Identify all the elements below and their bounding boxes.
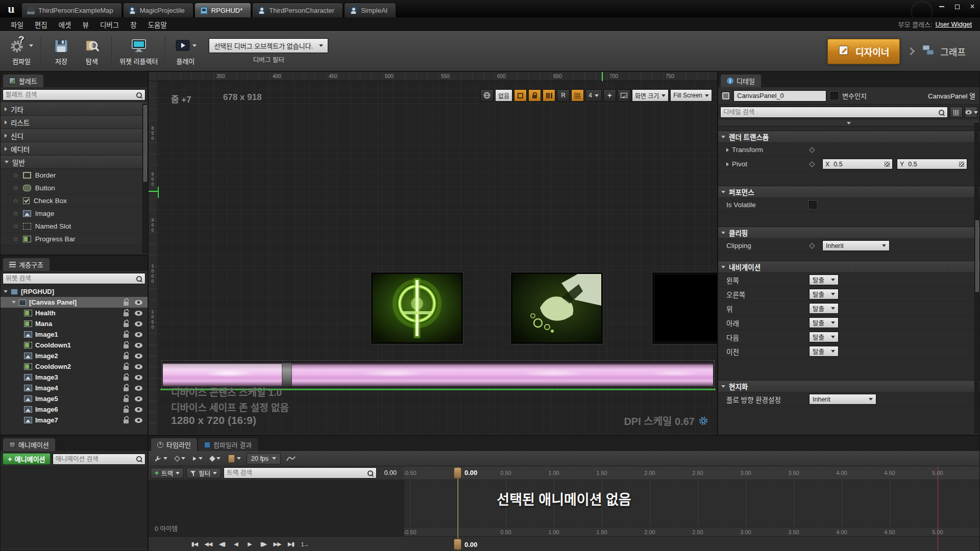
keyframe-icon[interactable] [809, 161, 815, 167]
jump-to-start-button[interactable]: ▮◀ [188, 539, 201, 549]
parent-class-link[interactable]: User Widget [935, 20, 972, 28]
transform-mode-button[interactable]: + [603, 89, 616, 102]
palette-item-image[interactable]: ☆Image [1, 207, 148, 220]
details-search-box[interactable] [720, 107, 948, 118]
playhead-color-swatch[interactable] [226, 453, 243, 464]
fps-dropdown[interactable]: 20 fps [247, 453, 281, 464]
visibility-eye-icon[interactable] [135, 354, 142, 359]
auto-key-button[interactable] [173, 453, 187, 464]
asset-tab-rpghud[interactable]: RPGHUD* [194, 3, 251, 17]
respect-locks-button[interactable] [528, 89, 541, 102]
previous-key-button[interactable]: ◀◀ [202, 539, 214, 549]
tab-palette[interactable]: 팔레트 [3, 74, 43, 87]
design-surface[interactable]: 줌 +7 678 x 918 없음 R 4 + 화면 크기 Fill Scree… [158, 81, 717, 435]
menu-asset[interactable]: 에셋 [53, 17, 77, 31]
playback-options-button[interactable] [191, 453, 205, 464]
nav-right-dropdown[interactable]: 탈출 [809, 289, 839, 299]
palette-item-button[interactable]: ☆Button [1, 182, 148, 194]
lock-icon[interactable] [124, 312, 129, 316]
loop-mode-button[interactable]: 1→ [299, 539, 311, 549]
r-toggle-button[interactable]: R [557, 89, 570, 102]
palette-category-misc[interactable]: 기타 [1, 103, 148, 116]
playhead-handle-top[interactable] [454, 467, 461, 479]
asset-tab-magicprojectile[interactable]: MagicProjectile [123, 3, 193, 17]
hierarchy-row-image5[interactable]: Image5 [1, 393, 148, 404]
palette-search-input[interactable] [6, 91, 133, 98]
menu-help[interactable]: 도움말 [142, 17, 173, 31]
section-performance[interactable]: 퍼포먼스 [718, 186, 979, 198]
keyframe-options-button[interactable] [208, 453, 223, 464]
animation-settings-button[interactable] [152, 453, 169, 464]
drag-handle-icon[interactable] [959, 162, 964, 167]
graph-mode-button[interactable]: 그래프 [922, 44, 966, 59]
preview-language-button[interactable]: 없음 [495, 89, 512, 102]
visibility-eye-icon[interactable] [135, 321, 142, 327]
menu-debug[interactable]: 디버그 [94, 17, 125, 31]
timeline-grid[interactable] [404, 480, 979, 527]
hierarchy-row-image1[interactable]: Image1 [1, 329, 148, 340]
lock-icon[interactable] [124, 387, 129, 391]
asset-tab-thirdpersonexamplemap[interactable]: ThirdPersonExampleMap [21, 3, 122, 17]
localization-preview-button[interactable] [480, 89, 494, 102]
palette-category-editor[interactable]: 에디터 [1, 142, 148, 156]
animation-search-box[interactable] [53, 454, 145, 465]
details-search-input[interactable] [723, 109, 936, 116]
browse-button[interactable]: 탐색 [77, 33, 107, 70]
menu-edit[interactable]: 편집 [29, 17, 53, 31]
palette-item-progressbar[interactable]: ☆Progress Bar [1, 233, 148, 245]
screen-size-dropdown[interactable]: 화면 크기 [632, 89, 669, 102]
visibility-eye-icon[interactable] [135, 407, 142, 412]
view-options-button[interactable] [965, 107, 977, 118]
close-button[interactable]: × [965, 0, 980, 13]
spell-icon-image2[interactable] [511, 272, 603, 344]
lock-icon[interactable] [124, 409, 129, 413]
minimize-button[interactable] [934, 0, 949, 13]
tab-details[interactable]: i 디테일 [721, 74, 761, 87]
nav-next-dropdown[interactable]: 탈출 [809, 332, 839, 342]
gear-icon[interactable] [699, 416, 708, 425]
palette-scrollbar-thumb[interactable] [143, 105, 147, 182]
visibility-eye-icon[interactable] [135, 332, 142, 337]
palette-category-common[interactable]: 일반 [1, 156, 148, 169]
palette-scrollbar[interactable] [142, 104, 147, 253]
section-navigation[interactable]: 내비게이션 [718, 261, 979, 273]
drag-handle-icon[interactable] [885, 162, 890, 167]
tab-timeline[interactable]: 타임라인 [151, 438, 197, 451]
visibility-eye-icon[interactable] [135, 386, 142, 391]
widget-reflector-button[interactable]: 위젯 리플렉터 [116, 33, 161, 70]
save-button[interactable]: 저장 [46, 33, 77, 70]
is-volatile-checkbox[interactable] [809, 201, 817, 209]
property-matrix-button[interactable] [950, 107, 963, 118]
palette-category-sindi[interactable]: 신디 [1, 129, 148, 142]
chevron-down-icon[interactable] [4, 290, 8, 293]
visibility-eye-icon[interactable] [135, 343, 142, 348]
favorite-star-icon[interactable]: ☆ [13, 223, 19, 230]
track-search-input[interactable] [227, 469, 364, 477]
hierarchy-row-health[interactable]: Health [1, 308, 148, 318]
palette-item-namedslot[interactable]: ☆Named Slot [1, 220, 148, 233]
visibility-eye-icon[interactable] [135, 311, 142, 316]
restore-button[interactable] [949, 0, 965, 13]
lock-icon[interactable] [124, 302, 129, 306]
is-variable-checkbox[interactable] [830, 92, 838, 99]
chevron-right-icon[interactable] [726, 162, 729, 166]
clipping-dropdown[interactable]: Inherit [822, 240, 890, 251]
tab-compiler-results[interactable]: 컴파일러 결과 [198, 438, 258, 451]
spell-icon-image1[interactable] [371, 272, 463, 344]
compile-button[interactable]: ? 컴파일 [6, 33, 37, 70]
track-list[interactable]: 0 아이템 [149, 480, 404, 536]
tab-animations[interactable]: 애니메이션 [3, 438, 55, 451]
visibility-eye-icon[interactable] [135, 300, 142, 305]
step-forward-button[interactable]: ▮▶ [257, 539, 270, 549]
debug-object-dropdown[interactable]: 선택된 디버그 오브젝트가 없습니다. [209, 38, 328, 53]
lock-icon[interactable] [124, 334, 129, 338]
animation-list[interactable] [1, 467, 148, 548]
palette-category-lists[interactable]: 리스트 [1, 116, 148, 129]
next-key-button[interactable]: ▶▶ [271, 539, 283, 549]
health-bar-widget[interactable] [163, 362, 713, 387]
curve-editor-button[interactable] [284, 453, 298, 464]
chevron-right-icon[interactable] [726, 148, 729, 152]
details-expander[interactable] [718, 120, 979, 127]
grid-size-dropdown[interactable]: 4 [585, 89, 602, 102]
flow-direction-dropdown[interactable]: Inherit [809, 394, 876, 405]
